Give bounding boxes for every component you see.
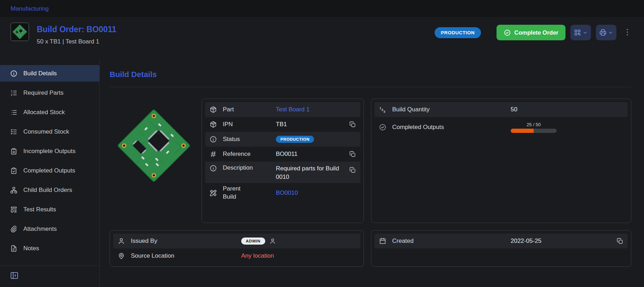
more-actions-button[interactable] bbox=[623, 28, 632, 38]
copy-icon bbox=[349, 121, 356, 128]
copy-icon bbox=[616, 238, 623, 245]
detail-row-status: Status PRODUCTION bbox=[205, 132, 360, 147]
stat-label-completed-outputs: Completed Outputs bbox=[392, 124, 444, 131]
label-created: Created bbox=[392, 238, 413, 245]
detail-row-description: Description Required parts for Build 001… bbox=[205, 162, 360, 183]
detail-label-status: Status bbox=[223, 136, 276, 143]
sidebar-item-allocated-stock[interactable]: Allocated Stock bbox=[0, 104, 99, 121]
list-check-icon bbox=[10, 128, 18, 136]
sidebar-item-label: Incomplete Outputs bbox=[23, 148, 75, 155]
page-subtitle: 50 x TB1 | Test Board 1 bbox=[37, 38, 116, 45]
complete-order-label: Complete Order bbox=[514, 29, 558, 36]
notes-icon bbox=[10, 245, 18, 252]
copy-button[interactable] bbox=[349, 121, 356, 128]
info-circle-icon bbox=[10, 70, 18, 77]
progress-track bbox=[511, 129, 557, 133]
printer-icon bbox=[599, 29, 607, 36]
description-value: Required parts for Build 0010 bbox=[276, 164, 344, 181]
issued-by-badge: ADMIN bbox=[241, 238, 265, 245]
issue-info-panel: Issued By ADMIN Source Location Any loca… bbox=[110, 230, 364, 267]
detail-row-parent-build: Parent Build BO0010 bbox=[205, 183, 360, 203]
stat-label-build-quantity: Build Quantity bbox=[392, 106, 430, 113]
clock-check-icon bbox=[379, 123, 387, 131]
detail-row-reference: Reference BO0011 bbox=[205, 147, 360, 162]
sidebar-item-label: Attachments bbox=[23, 226, 57, 233]
label-issued-by: Issued By bbox=[131, 238, 157, 245]
completed-outputs-progress: 25 / 50 bbox=[511, 122, 557, 133]
user-icon bbox=[117, 237, 125, 245]
numbers-123-icon bbox=[379, 106, 387, 113]
page-header: Build Order: BO0011 50 x TB1 | Test Boar… bbox=[0, 18, 644, 59]
status-badge: PRODUCTION bbox=[435, 27, 481, 38]
header-actions: PRODUCTION Complete Order bbox=[435, 23, 632, 40]
package-icon bbox=[209, 106, 217, 113]
build-quantity-value: 50 bbox=[511, 106, 517, 113]
sidebar-item-label: Consumed Stock bbox=[23, 128, 69, 135]
package-icon bbox=[209, 121, 217, 128]
detail-label-description: Description bbox=[223, 164, 276, 171]
sidebar-item-test-results[interactable]: Test Results bbox=[0, 201, 99, 218]
print-actions-button[interactable] bbox=[596, 25, 616, 40]
sidebar-footer bbox=[0, 265, 99, 287]
detail-label-ipn: IPN bbox=[223, 121, 276, 128]
circle-check-icon bbox=[504, 29, 511, 36]
page-title: Build Order: BO0011 bbox=[37, 25, 116, 34]
main-content: Build Details Part Test Board 1 IPN bbox=[100, 59, 644, 287]
row-created: Created 2022-05-25 bbox=[375, 234, 628, 248]
user-icon bbox=[269, 238, 276, 245]
copy-button[interactable] bbox=[616, 238, 623, 245]
calendar-icon bbox=[379, 237, 387, 245]
sidebar-item-consumed-stock[interactable]: Consumed Stock bbox=[0, 123, 99, 140]
source-location-value: Any location bbox=[241, 252, 274, 259]
sidebar-item-incomplete-outputs[interactable]: Incomplete Outputs bbox=[0, 143, 99, 159]
hash-icon bbox=[209, 150, 217, 158]
collapse-sidebar-button[interactable] bbox=[10, 271, 19, 281]
sidebar: Build Details Required Parts Allocated S… bbox=[0, 59, 100, 287]
copy-icon bbox=[349, 166, 356, 174]
status-badge: PRODUCTION bbox=[276, 136, 314, 143]
qrcode-icon bbox=[574, 29, 581, 36]
tools-icon bbox=[209, 189, 217, 197]
clipboard-icon bbox=[10, 147, 18, 155]
sidebar-item-child-build-orders[interactable]: Child Build Orders bbox=[0, 182, 99, 198]
part-link[interactable]: Test Board 1 bbox=[276, 106, 309, 113]
parent-build-link[interactable]: BO0010 bbox=[276, 189, 298, 197]
detail-row-part: Part Test Board 1 bbox=[205, 102, 360, 117]
build-stats-panel: Build Quantity 50 Completed Outputs 25 /… bbox=[371, 99, 631, 223]
sidebar-item-build-details[interactable]: Build Details bbox=[0, 65, 99, 82]
copy-button[interactable] bbox=[349, 151, 356, 158]
detail-row-ipn: IPN TB1 bbox=[205, 117, 360, 132]
breadcrumb-link-manufacturing[interactable]: Manufacturing bbox=[11, 5, 49, 12]
sidebar-collapse-icon bbox=[10, 271, 19, 280]
clipboard-check-icon bbox=[10, 167, 18, 175]
divider bbox=[110, 87, 631, 87]
reference-value: BO0011 bbox=[276, 151, 297, 158]
sidebar-item-label: Test Results bbox=[23, 206, 56, 213]
barcode-actions-button[interactable] bbox=[570, 25, 591, 40]
sidebar-item-attachments[interactable]: Attachments bbox=[0, 221, 99, 237]
info-circle-icon bbox=[209, 164, 217, 172]
complete-order-button[interactable]: Complete Order bbox=[497, 25, 565, 40]
chevron-down-icon bbox=[582, 30, 588, 35]
row-issued-by: Issued By ADMIN bbox=[113, 234, 360, 248]
chevron-down-icon bbox=[608, 30, 613, 35]
stat-row-completed-outputs: Completed Outputs 25 / 50 bbox=[375, 117, 628, 137]
sidebar-item-label: Allocated Stock bbox=[23, 109, 65, 116]
breadcrumb: Manufacturing bbox=[0, 0, 644, 18]
list-icon bbox=[10, 109, 18, 116]
ipn-value: TB1 bbox=[276, 121, 287, 128]
sidebar-item-label: Notes bbox=[23, 245, 39, 252]
sidebar-item-label: Required Parts bbox=[23, 89, 63, 96]
list-numbers-icon bbox=[10, 89, 18, 97]
sidebar-item-notes[interactable]: Notes bbox=[0, 240, 99, 257]
test-results-icon bbox=[10, 206, 18, 213]
sidebar-item-required-parts[interactable]: Required Parts bbox=[0, 84, 99, 101]
sidebar-item-completed-outputs[interactable]: Completed Outputs bbox=[0, 162, 99, 179]
sitemap-icon bbox=[10, 186, 18, 194]
created-panel: Created 2022-05-25 bbox=[371, 230, 631, 267]
copy-button[interactable] bbox=[349, 166, 356, 174]
part-thumbnail-image[interactable] bbox=[11, 23, 29, 41]
created-value: 2022-05-25 bbox=[511, 238, 541, 245]
stat-row-build-quantity: Build Quantity 50 bbox=[375, 102, 628, 117]
section-title: Build Details bbox=[110, 70, 631, 79]
